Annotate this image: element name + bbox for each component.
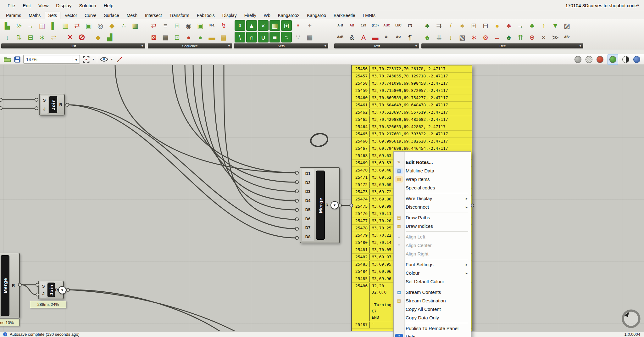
input-param[interactable]: J — [41, 105, 48, 114]
merge-component[interactable]: D1D2D3D4D5D6D7D8 Merge R — [300, 167, 340, 243]
toolbar-icon[interactable]: ▬ — [207, 32, 217, 42]
toolbar-icon[interactable]: ∵ — [293, 32, 303, 42]
category-tab[interactable]: Firefly — [241, 12, 260, 19]
toolbar-icon[interactable]: ∴ — [118, 20, 129, 31]
menu-bar-item[interactable]: Edit — [19, 1, 35, 10]
toolbar-icon[interactable]: ▙ — [2, 20, 13, 31]
toolbar-icon[interactable]: ⊞ — [469, 20, 479, 31]
toolbar-icon[interactable]: ◆ — [107, 20, 117, 31]
toolbar-icon[interactable]: ▼ — [550, 20, 561, 31]
toolbar-icon[interactable]: → — [25, 20, 36, 31]
context-menu-item[interactable] — [394, 212, 471, 212]
context-menu-item[interactable]: ▤ Stream Contents — [394, 288, 471, 296]
context-menu-item[interactable]: ▤ Stream Destination — [394, 296, 471, 305]
toolbar-icon[interactable]: ● — [195, 32, 206, 42]
menu-bar-item[interactable]: File — [4, 1, 19, 10]
group-label-text[interactable]: Text — [334, 43, 419, 48]
toolbar-icon[interactable]: ▣ — [83, 20, 94, 31]
wire-grip[interactable] — [295, 189, 299, 193]
toolbar-icon[interactable]: ▦ — [130, 20, 141, 31]
category-tab[interactable]: Maths — [25, 12, 44, 19]
toolbar-icon[interactable]: A·B — [335, 20, 346, 31]
group-expand-icon[interactable] — [228, 44, 230, 48]
context-menu-item[interactable]: ✎ Edit Notes... — [394, 158, 471, 166]
output-param[interactable]: R — [12, 283, 15, 288]
toolbar-icon[interactable]: {} — [235, 20, 245, 31]
wire-grip[interactable] — [295, 227, 299, 231]
toolbar-icon[interactable]: ¶ — [405, 32, 415, 42]
gh-canvas[interactable]: SJ Join R D1D2D3D4D5D6D7D8 Merge R SJ Jo… — [0, 65, 644, 331]
toolbar-icon[interactable]: {2;0} — [370, 20, 380, 31]
wire-grip[interactable] — [36, 283, 39, 287]
toolbar-icon[interactable]: ▥ — [60, 20, 71, 31]
toolbar-icon[interactable]: ⇉ — [434, 20, 444, 31]
toolbar-icon[interactable]: ▣ — [195, 20, 206, 31]
output-param[interactable]: R — [59, 102, 62, 107]
group-expand-icon[interactable] — [579, 44, 582, 48]
toolbar-icon[interactable]: ⇄ — [148, 20, 159, 31]
toolbar-icon[interactable]: ⇄ — [72, 20, 82, 31]
toolbar-icon[interactable]: ♣ — [527, 20, 537, 31]
toolbar-icon[interactable]: ∗ — [469, 32, 479, 42]
group-label-sequence[interactable]: Sequence — [148, 43, 232, 48]
canvas-paint-button[interactable] — [115, 56, 122, 63]
toolbar-icon[interactable]: ▧ — [457, 32, 468, 42]
wire-grip[interactable] — [295, 236, 299, 240]
join-label[interactable]: Join — [47, 283, 55, 297]
toolbar-icon[interactable] — [88, 32, 92, 42]
toolbar-icon[interactable]: ▬ — [370, 32, 380, 42]
toolbar-icon[interactable]: ≫ — [550, 32, 561, 42]
wire-grip[interactable] — [349, 204, 353, 207]
context-menu-item[interactable]: ▦ Draw Indices — [394, 222, 471, 230]
toolbar-icon[interactable]: \ — [235, 32, 245, 42]
zoom-extents-button[interactable] — [83, 56, 90, 63]
preview-menu-arrow-icon[interactable] — [111, 58, 113, 61]
context-menu-item[interactable]: Wire Display — [394, 194, 471, 203]
wire-grip[interactable] — [295, 180, 299, 184]
input-param[interactable]: D1 — [302, 169, 314, 178]
toolbar-icon[interactable]: ⊟ — [480, 20, 491, 31]
join-label[interactable]: Join — [49, 96, 57, 113]
input-param[interactable]: D2 — [302, 178, 314, 187]
wire-grip[interactable] — [295, 208, 299, 212]
wire-grip[interactable] — [36, 293, 39, 296]
category-tab[interactable]: Transform — [166, 12, 193, 19]
toolbar-icon[interactable]: ♣ — [422, 20, 433, 31]
toolbar-icon[interactable]: ♣ — [422, 32, 433, 42]
category-tab[interactable]: Mesh — [123, 12, 141, 19]
toolbar-icon[interactable]: ∩ — [246, 32, 257, 42]
zoom-menu-arrow-icon[interactable] — [92, 58, 94, 61]
toolbar-icon[interactable]: ≡ — [269, 32, 280, 42]
toolbar-icon[interactable]: ▦ — [304, 32, 315, 42]
wire-grip[interactable] — [295, 199, 299, 203]
toolbar-icon[interactable]: A — [358, 32, 369, 42]
toolbar-icon[interactable]: ⊘ — [76, 32, 87, 42]
toolbar-icon[interactable]: ◫ — [37, 20, 47, 31]
wire-grip[interactable] — [35, 106, 38, 110]
input-param[interactable]: J — [40, 290, 47, 298]
toolbar-icon[interactable]: ⇅ — [14, 32, 24, 42]
toolbar-icon[interactable]: 123 — [358, 20, 369, 31]
context-menu-item[interactable]: Publish To Remote Panel — [394, 324, 471, 333]
category-tab[interactable]: Kangaroo — [303, 12, 330, 19]
wire-grip[interactable] — [295, 217, 299, 221]
output-param[interactable]: R — [55, 288, 58, 292]
wire-grip[interactable] — [295, 171, 299, 175]
wire-grip[interactable] — [18, 283, 22, 287]
toolbar-icon[interactable]: ⊟ — [25, 32, 36, 42]
category-tab[interactable]: Sets — [45, 12, 60, 19]
context-menu-item[interactable]: Align Right — [394, 250, 471, 258]
save-file-button[interactable] — [14, 56, 20, 63]
wire-grip[interactable] — [66, 288, 70, 292]
toolbar-icon[interactable]: → — [515, 20, 526, 31]
context-menu-item[interactable]: Copy Data Only — [394, 313, 471, 322]
input-param[interactable]: D7 — [302, 223, 314, 233]
toolbar-icon[interactable]: A↺ — [393, 32, 404, 42]
open-file-button[interactable] — [4, 56, 11, 62]
toolbar-icon[interactable]: ⊞ — [172, 20, 182, 31]
preview-shaded-selected[interactable] — [608, 54, 618, 65]
toolbar-icon[interactable]: ← — [492, 32, 502, 42]
toolbar-icon[interactable]: ▲ — [246, 20, 257, 31]
wire-grip[interactable] — [338, 204, 342, 207]
scribble-circle[interactable] — [309, 132, 329, 148]
